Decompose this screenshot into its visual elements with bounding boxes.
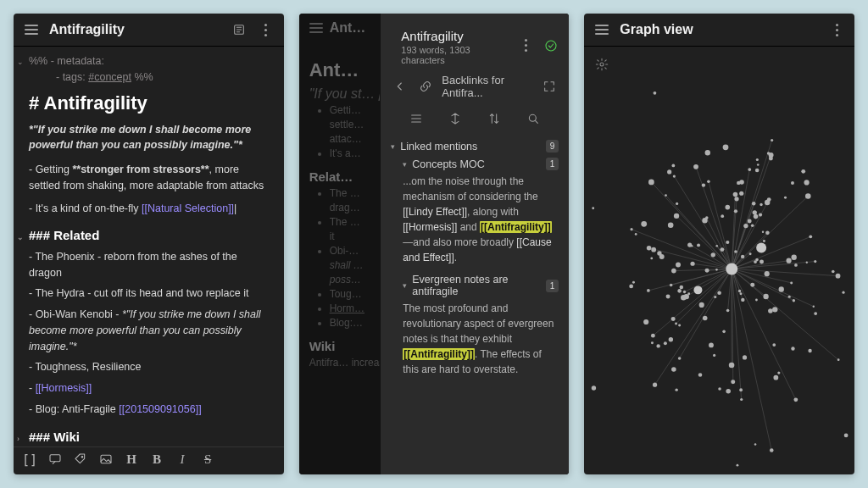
svg-point-111 — [707, 180, 710, 183]
fmt-tag-icon[interactable] — [73, 452, 88, 469]
collapse-list-icon[interactable] — [407, 109, 426, 128]
svg-point-128 — [792, 255, 797, 260]
svg-point-110 — [768, 308, 773, 313]
svg-rect-1 — [50, 455, 60, 462]
expand-vertical-icon[interactable] — [446, 109, 465, 128]
fmt-comment-icon[interactable] — [47, 452, 63, 469]
svg-point-69 — [673, 175, 676, 178]
svg-point-148 — [668, 222, 674, 228]
svg-point-194 — [703, 316, 708, 321]
svg-point-5 — [530, 114, 537, 121]
svg-point-63 — [805, 193, 811, 199]
svg-line-55 — [655, 269, 732, 385]
svg-point-103 — [739, 191, 743, 196]
fmt-bold[interactable]: B — [149, 452, 164, 469]
backlink-excerpt: The most profound and revolutionary aspe… — [403, 301, 559, 377]
fold-icon[interactable]: › — [17, 434, 25, 446]
graph-canvas[interactable] — [584, 47, 854, 474]
svg-point-213 — [837, 358, 840, 361]
svg-point-127 — [757, 164, 760, 166]
svg-point-61 — [756, 243, 766, 253]
svg-point-113 — [784, 197, 787, 199]
svg-point-65 — [711, 252, 715, 257]
svg-line-31 — [676, 216, 732, 269]
svg-point-68 — [763, 240, 765, 242]
svg-point-160 — [651, 258, 654, 260]
svg-point-189 — [647, 246, 652, 251]
svg-point-177 — [732, 380, 736, 384]
menu-icon[interactable] — [593, 20, 611, 39]
svg-point-62 — [694, 286, 703, 294]
wikilink[interactable]: [[201509091056]] — [119, 403, 201, 415]
wikilink[interactable]: [[Hormesis]] — [36, 382, 92, 394]
svg-line-35 — [732, 269, 794, 300]
svg-point-198 — [791, 281, 793, 284]
backlinks-body[interactable]: ▾ Linked mentions 9 ▾ Concepts MOC 1 ...… — [381, 135, 569, 474]
svg-point-192 — [752, 202, 756, 206]
svg-point-203 — [754, 443, 757, 446]
svg-point-122 — [666, 294, 670, 298]
reading-view-icon[interactable] — [230, 20, 248, 39]
svg-point-101 — [755, 169, 760, 173]
overlay-title: Antifragility — [401, 29, 498, 43]
svg-point-100 — [635, 233, 637, 236]
backlink-item[interactable]: ▾ Evergreen notes are antifragile 1 — [403, 274, 559, 297]
svg-point-176 — [740, 388, 743, 391]
sort-icon[interactable] — [485, 109, 504, 128]
svg-point-123 — [751, 224, 754, 227]
svg-point-76 — [843, 291, 845, 294]
svg-point-79 — [643, 319, 648, 324]
more-icon[interactable] — [827, 20, 846, 39]
more-icon[interactable] — [516, 36, 535, 55]
svg-point-144 — [815, 260, 817, 263]
svg-point-171 — [787, 258, 792, 263]
svg-point-75 — [678, 357, 682, 360]
expand-icon[interactable] — [540, 77, 559, 96]
svg-point-77 — [672, 164, 676, 168]
svg-point-4 — [546, 41, 556, 51]
svg-line-51 — [632, 230, 732, 269]
svg-point-112 — [748, 219, 752, 223]
fmt-strike[interactable]: S — [200, 452, 215, 469]
svg-point-209 — [592, 385, 596, 390]
count-badge: 1 — [546, 280, 559, 292]
tag-link[interactable]: #concept — [88, 71, 131, 83]
sync-ok-icon[interactable] — [542, 36, 560, 55]
svg-point-200 — [762, 231, 764, 233]
svg-point-183 — [683, 291, 686, 293]
svg-point-186 — [671, 269, 676, 274]
fmt-brackets[interactable]: [] — [22, 452, 37, 469]
svg-line-26 — [693, 246, 732, 269]
more-icon[interactable] — [257, 20, 275, 39]
search-icon[interactable] — [524, 109, 542, 128]
svg-point-84 — [647, 289, 650, 292]
chevron-down-icon: ▾ — [403, 160, 407, 169]
svg-point-151 — [632, 281, 635, 284]
svg-point-214 — [593, 207, 595, 209]
svg-point-146 — [815, 312, 818, 315]
linked-mentions-header[interactable]: ▾ Linked mentions 9 — [391, 140, 559, 152]
wikilink[interactable]: [[Natural Selection]] — [142, 202, 234, 214]
svg-point-191 — [703, 218, 708, 223]
fold-icon[interactable]: ⌄ — [17, 57, 25, 69]
svg-line-47 — [685, 269, 732, 291]
svg-point-207 — [653, 383, 657, 387]
svg-point-109 — [667, 169, 671, 174]
fmt-image-icon[interactable] — [98, 452, 114, 469]
editor-body[interactable]: ⌄%% - metadata: - tags: #concept %% # An… — [14, 47, 284, 446]
link-icon[interactable] — [416, 77, 435, 96]
fold-icon[interactable]: ⌄ — [17, 232, 25, 244]
gear-icon[interactable] — [593, 55, 611, 74]
menu-icon[interactable] — [22, 20, 41, 39]
svg-point-196 — [698, 373, 703, 377]
backlink-item[interactable]: ▾ Concepts MOC 1 — [403, 158, 559, 170]
fmt-italic[interactable]: I — [175, 452, 190, 469]
back-icon[interactable] — [391, 77, 409, 96]
fmt-heading[interactable]: H — [124, 452, 139, 469]
svg-line-29 — [732, 199, 737, 269]
svg-point-115 — [680, 286, 684, 290]
svg-point-116 — [760, 203, 763, 206]
svg-point-158 — [651, 341, 654, 344]
svg-point-172 — [772, 307, 777, 312]
svg-point-217 — [737, 464, 739, 467]
